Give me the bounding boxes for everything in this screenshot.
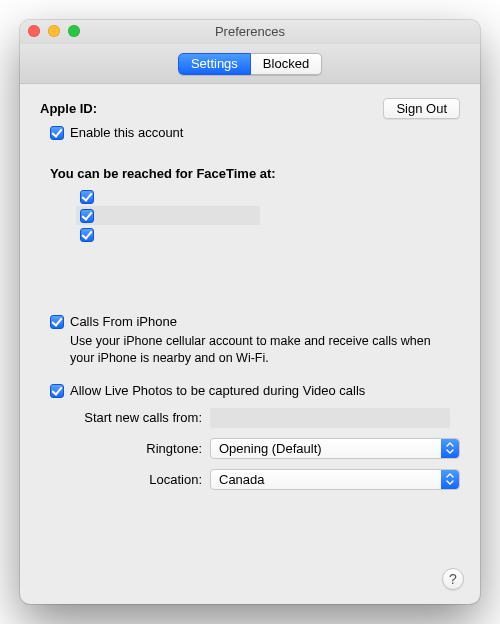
ringtone-value: Opening (Default) bbox=[219, 441, 322, 456]
tab-settings[interactable]: Settings bbox=[178, 53, 251, 75]
window-controls bbox=[28, 25, 80, 37]
chevron-up-down-icon bbox=[441, 439, 459, 458]
chevron-up-down-icon bbox=[441, 470, 459, 489]
help-icon: ? bbox=[449, 571, 457, 587]
zoom-icon[interactable] bbox=[68, 25, 80, 37]
ringtone-popup[interactable]: Opening (Default) bbox=[210, 438, 460, 459]
reach-item bbox=[76, 206, 260, 225]
location-value: Canada bbox=[219, 472, 265, 487]
reach-checkbox-0[interactable] bbox=[80, 190, 94, 204]
reach-list bbox=[76, 187, 260, 244]
tab-segment: Settings Blocked bbox=[178, 53, 322, 75]
reach-checkbox-1[interactable] bbox=[80, 209, 94, 223]
titlebar: Preferences bbox=[20, 20, 480, 44]
start-calls-label: Start new calls from: bbox=[40, 410, 210, 425]
calls-from-iphone-label: Calls From iPhone bbox=[70, 314, 177, 329]
toolbar: Settings Blocked bbox=[20, 44, 480, 84]
location-label: Location: bbox=[40, 472, 210, 487]
location-popup[interactable]: Canada bbox=[210, 469, 460, 490]
ringtone-label: Ringtone: bbox=[40, 441, 210, 456]
reach-item bbox=[76, 225, 260, 244]
enable-account-checkbox[interactable] bbox=[50, 126, 64, 140]
calls-from-iphone-checkbox[interactable] bbox=[50, 315, 64, 329]
apple-id-label: Apple ID: bbox=[40, 101, 97, 116]
reach-checkbox-2[interactable] bbox=[80, 228, 94, 242]
help-button[interactable]: ? bbox=[442, 568, 464, 590]
tab-blocked[interactable]: Blocked bbox=[251, 53, 322, 75]
close-icon[interactable] bbox=[28, 25, 40, 37]
window-title: Preferences bbox=[215, 24, 285, 39]
live-photos-checkbox[interactable] bbox=[50, 384, 64, 398]
reach-item bbox=[76, 187, 260, 206]
preferences-window: Preferences Settings Blocked Apple ID: S… bbox=[20, 20, 480, 604]
minimize-icon[interactable] bbox=[48, 25, 60, 37]
live-photos-label: Allow Live Photos to be captured during … bbox=[70, 383, 365, 398]
content: Apple ID: Sign Out Enable this account Y… bbox=[20, 84, 480, 604]
enable-account-label: Enable this account bbox=[70, 125, 183, 140]
sign-out-button[interactable]: Sign Out bbox=[383, 98, 460, 119]
start-calls-field[interactable] bbox=[210, 408, 450, 428]
reach-header: You can be reached for FaceTime at: bbox=[50, 166, 460, 181]
calls-from-iphone-desc: Use your iPhone cellular account to make… bbox=[70, 333, 450, 367]
